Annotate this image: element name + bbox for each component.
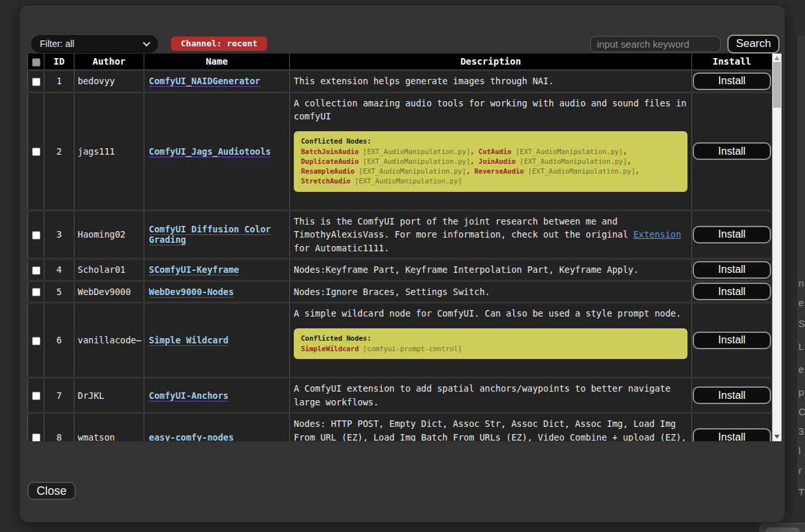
install-button[interactable]: Install [693, 142, 771, 160]
row-id: 6 [44, 304, 74, 377]
scroll-down-arrow-icon[interactable] [774, 435, 780, 439]
row-description: Nodes:Keyframe Part, Keyframe Interpolat… [290, 260, 692, 280]
row-author: DrJKL [74, 379, 144, 412]
install-button[interactable]: Install [693, 283, 771, 300]
extension-name-link[interactable]: ComfyUI Diffusion Color Grading [149, 224, 271, 245]
search-button[interactable]: Search [727, 35, 780, 54]
row-author: jags111 [74, 93, 144, 210]
table-row: 2 jags111 ComfyUI_Jags_Audiotools A coll… [27, 93, 772, 210]
row-checkbox[interactable] [32, 337, 40, 345]
description-text: A collection amazing audio tools for wor… [294, 97, 687, 123]
conflicted-nodes-list: SimpleWildcard [comfyui-prompt-control] [301, 344, 680, 354]
background-text-fragment: L [798, 341, 804, 352]
search-input[interactable] [590, 36, 721, 52]
column-header-name: Name [144, 54, 290, 69]
description-text: Nodes:Ignore Braces, Settings Switch. [294, 285, 687, 299]
row-id: 5 [44, 282, 74, 302]
filter-select-value: Filter: all [40, 39, 143, 49]
filter-select[interactable]: Filter: all [31, 35, 158, 53]
conflicted-nodes-list: BatchJoinAudio [EXT_AudioManipulation.py… [301, 147, 680, 187]
description-inline-link[interactable]: Extension [633, 229, 681, 240]
extension-name-link[interactable]: ComfyUI-Anchors [149, 390, 229, 401]
row-id: 4 [44, 260, 74, 280]
install-button[interactable]: Install [693, 226, 771, 243]
install-button[interactable]: Install [693, 261, 771, 279]
description-text: This extension helps generate images thr… [294, 74, 687, 88]
column-header-install: Install [692, 54, 772, 69]
table-row: 4 Scholar01 SComfyUI-Keyframe Nodes:Keyf… [27, 260, 772, 280]
background-text-fragment: e [798, 297, 804, 308]
conflicted-nodes-title: Conflicted Nodes: [301, 334, 680, 343]
extension-name-link[interactable]: ComfyUI_NAIDGenerator [149, 76, 260, 86]
row-description: This is the ComfyUI port of the joint re… [290, 211, 692, 258]
row-checkbox[interactable] [32, 433, 40, 441]
background-button-sliver [766, 527, 800, 532]
background-text-fragment: n [798, 277, 804, 289]
background-text-fragment: S [798, 318, 805, 329]
table-row: 1 bedovyy ComfyUI_NAIDGenerator This ext… [27, 71, 772, 91]
row-id: 3 [44, 211, 74, 258]
row-checkbox[interactable] [32, 266, 40, 275]
background-text-fragment: T [798, 486, 804, 497]
background-text-fragment: e [798, 364, 804, 375]
row-description: This extension helps generate images thr… [290, 71, 692, 91]
extensions-table-body: 1 bedovyy ComfyUI_NAIDGenerator This ext… [27, 71, 772, 441]
table-row: 8 wmatson easy-comfy-nodes Nodes: HTTP P… [27, 414, 772, 441]
row-description: Nodes: HTTP POST, Empty Dict, Assoc Str,… [290, 414, 692, 441]
description-text: A ComfyUI extension to add spatial ancho… [294, 382, 687, 409]
background-text-fragment: r [798, 465, 802, 476]
install-button[interactable]: Install [693, 428, 771, 441]
table-scrollbar[interactable] [772, 54, 781, 441]
table-row: 3 Haoming02 ComfyUI Diffusion Color Grad… [27, 211, 772, 258]
extension-name-link[interactable]: WebDev9000-Nodes [149, 287, 234, 297]
row-checkbox[interactable] [32, 288, 40, 296]
row-author: vanillacode⋯ [74, 304, 144, 377]
table-row: 7 DrJKL ComfyUI-Anchors A ComfyUI extens… [27, 379, 772, 412]
scrollbar-thumb[interactable] [773, 62, 781, 108]
row-id: 7 [44, 379, 74, 412]
column-header-checkbox [27, 54, 44, 69]
background-text-fragment: l [798, 445, 800, 456]
column-header-id: ID [44, 54, 74, 69]
table-header-row: ID Author Name Description Install [27, 54, 772, 69]
row-description: Nodes:Ignore Braces, Settings Switch. [290, 282, 692, 302]
extension-name-link[interactable]: easy-comfy-nodes [149, 432, 234, 441]
row-author: Scholar01 [74, 260, 144, 280]
row-checkbox[interactable] [32, 78, 40, 86]
conflicted-nodes-warning: Conflicted Nodes:BatchJoinAudio [EXT_Aud… [294, 131, 687, 192]
background-page-edge: neSLepC3lrT [783, 0, 805, 532]
conflicted-nodes-warning: Conflicted Nodes:SimpleWildcard [comfyui… [294, 328, 687, 359]
description-text: Nodes:Keyframe Part, Keyframe Interpolat… [294, 263, 687, 277]
row-author: WebDev9000 [74, 282, 144, 302]
background-text-fragment: 3 [798, 426, 804, 437]
row-checkbox[interactable] [32, 231, 40, 240]
row-author: wmatson [74, 414, 144, 441]
chevron-down-icon [143, 39, 150, 46]
install-button[interactable]: Install [693, 332, 771, 349]
extension-name-link[interactable]: ComfyUI_Jags_Audiotools [149, 146, 271, 157]
row-description: A simple wildcard node for ComfyUI. Can … [290, 304, 692, 377]
close-button[interactable]: Close [27, 482, 76, 500]
dialog-toolbar: Filter: all Channel: recent Search [31, 34, 781, 54]
install-button[interactable]: Install [693, 72, 771, 90]
row-id: 2 [44, 93, 74, 210]
scroll-up-arrow-icon[interactable] [774, 56, 780, 60]
row-author: Haoming02 [74, 211, 144, 258]
row-checkbox[interactable] [32, 392, 40, 400]
description-text: Nodes: HTTP POST, Empty Dict, Assoc Str,… [294, 417, 687, 441]
row-id: 8 [44, 414, 74, 441]
row-author: bedovyy [74, 71, 144, 91]
column-header-description: Description [290, 54, 692, 69]
row-checkbox[interactable] [32, 148, 40, 156]
background-menu-panel [798, 36, 805, 493]
select-all-checkbox[interactable] [32, 58, 40, 67]
background-text-fragment: p [798, 386, 804, 398]
custom-nodes-dialog: Filter: all Channel: recent Search ID Au… [20, 5, 785, 522]
install-button[interactable]: Install [693, 386, 771, 404]
description-text: This is the ComfyUI port of the joint re… [294, 215, 687, 255]
row-id: 1 [44, 71, 74, 91]
table-row: 5 WebDev9000 WebDev9000-Nodes Nodes:Igno… [27, 282, 772, 302]
conflicted-nodes-title: Conflicted Nodes: [301, 136, 680, 146]
extension-name-link[interactable]: SComfyUI-Keyframe [149, 264, 239, 275]
extension-name-link[interactable]: Simple Wildcard [149, 335, 229, 345]
